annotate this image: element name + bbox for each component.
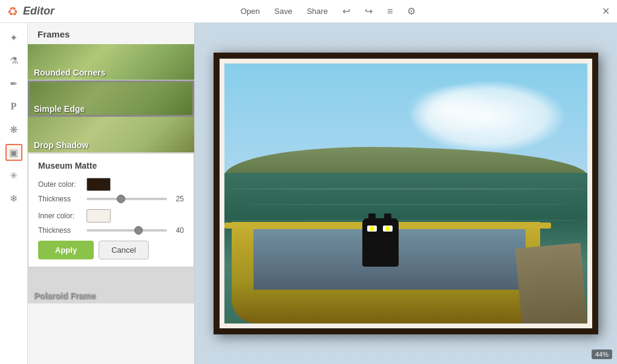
layers-button[interactable]: ≡ [387, 6, 393, 17]
canvas-area: 44% [195, 23, 617, 364]
frames-tool-icon: ▣ [5, 144, 22, 161]
adjust-tool[interactable]: ⚗ [4, 51, 24, 70]
monster-character [362, 218, 399, 267]
inner-thickness-value: 40 [167, 226, 184, 235]
frame-label-drop-shadow: Drop Shadow [28, 138, 194, 152]
titlebar-left: ♻ Editor [7, 4, 54, 19]
undo-button[interactable]: ↩ [342, 5, 350, 17]
inner-thickness-row: Thickness 40 [38, 226, 184, 235]
save-button[interactable]: Save [275, 7, 293, 16]
monster-right-pupil [385, 226, 390, 231]
frames-panel-title: Frames [28, 23, 194, 44]
frame-item-polaroid[interactable]: Polaroid Frame [28, 267, 194, 304]
app-container: ♻ Editor Open Save Share ↩ ↪ ≡ ⚙ ✕ ✦ ⚗ ✒… [0, 0, 617, 364]
frame-item-simple-edge[interactable]: Simple Edge [28, 80, 194, 117]
titlebar: ♻ Editor Open Save Share ↩ ↪ ≡ ⚙ ✕ [0, 0, 617, 23]
monster-left-eye [367, 226, 377, 232]
photo-frame [214, 53, 598, 334]
titlebar-center: Open Save Share ↩ ↪ ≡ ⚙ [241, 5, 416, 17]
titlebar-right: ✕ [602, 5, 610, 17]
inner-thickness-label: Thickness [38, 226, 87, 235]
frames-panel: Frames Rounded Corners Simple Edge Drop … [28, 23, 195, 364]
monster-eyes [367, 226, 393, 232]
app-title: Editor [23, 5, 54, 18]
main-content: ✦ ⚗ ✒ P ❋ ▣ ✳ ❄ Frames Rounded Corners [0, 23, 617, 364]
seasonal-tool[interactable]: ❄ [4, 189, 24, 208]
photo-content [224, 63, 587, 323]
share-button[interactable]: Share [307, 7, 328, 16]
inner-color-label: Inner color: [38, 212, 87, 220]
text-tool[interactable]: P [4, 97, 24, 116]
outer-thickness-label: Thickness [38, 195, 87, 203]
frame-label-simple-edge: Simple Edge [28, 102, 194, 116]
inner-color-row: Inner color: [38, 209, 184, 223]
outer-thickness-value: 25 [167, 195, 184, 203]
pencil-tool[interactable]: ✒ [4, 74, 24, 93]
monster-right-eye [383, 226, 393, 232]
frame-item-rounded-corners[interactable]: Rounded Corners [28, 44, 194, 80]
inner-thickness-slider[interactable] [87, 229, 167, 232]
open-button[interactable]: Open [241, 7, 260, 16]
outer-thickness-row: Thickness 25 [38, 195, 184, 203]
share-tool[interactable]: ✦ [4, 28, 24, 47]
photo-inner-matte [220, 59, 592, 328]
tools-sidebar: ✦ ⚗ ✒ P ❋ ▣ ✳ ❄ [0, 23, 28, 364]
redo-button[interactable]: ↪ [365, 5, 373, 17]
zoom-badge: 44% [592, 349, 612, 359]
apply-button[interactable]: Apply [38, 241, 94, 259]
frames-tool[interactable]: ▣ [4, 143, 24, 162]
inner-color-swatch[interactable] [87, 209, 111, 223]
effects-tool[interactable]: ❋ [4, 120, 24, 139]
frame-item-drop-shadow[interactable]: Drop Shadow [28, 117, 194, 153]
outer-thickness-slider[interactable] [87, 198, 167, 200]
museum-matte-panel: Museum Matte Outer color: Thickness 25 I… [28, 153, 194, 267]
app-logo: ♻ [7, 4, 18, 19]
cancel-button[interactable]: Cancel [99, 241, 148, 259]
frame-label-polaroid: Polaroid Frame [28, 288, 194, 303]
frames-list: Rounded Corners Simple Edge Drop Shadow … [28, 44, 194, 304]
stickers-tool[interactable]: ✳ [4, 166, 24, 185]
settings-button[interactable]: ⚙ [407, 5, 416, 17]
matte-title: Museum Matte [38, 161, 184, 171]
frame-label-rounded-corners: Rounded Corners [28, 65, 194, 80]
outer-color-row: Outer color: [38, 178, 184, 191]
outer-color-label: Outer color: [38, 180, 87, 189]
outer-color-swatch[interactable] [87, 178, 111, 191]
monster-left-pupil [370, 226, 374, 231]
matte-buttons: Apply Cancel [38, 241, 184, 259]
close-button[interactable]: ✕ [602, 5, 610, 17]
